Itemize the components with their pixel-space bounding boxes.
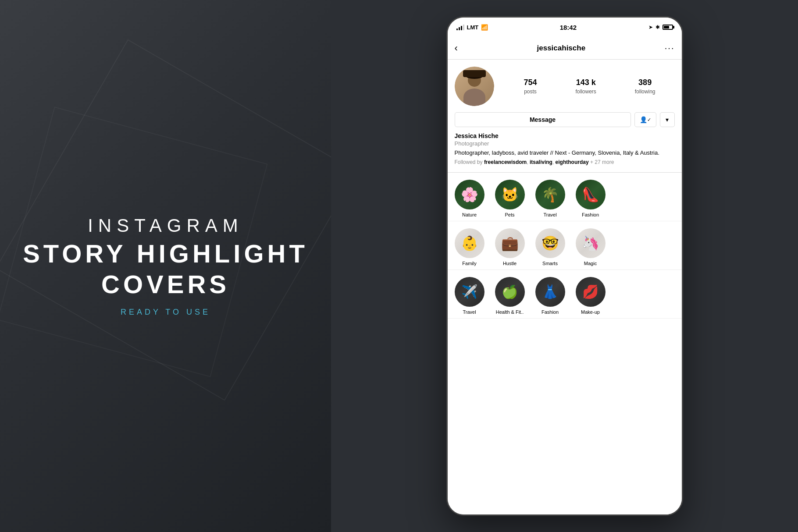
signal-bars-icon [456, 24, 464, 30]
nav-bar: ‹ jessicahische ··· [448, 37, 682, 60]
signal-bar-3 [461, 26, 462, 30]
signal-bar-4 [463, 25, 464, 30]
highlight-label-magic: Magic [584, 261, 597, 266]
status-time: 18:42 [560, 24, 577, 31]
highlight-family[interactable]: 👶 Family [453, 228, 486, 266]
following-label: following [635, 89, 656, 95]
highlight-health[interactable]: 🍏 Health & Fit.. [493, 277, 527, 315]
follow-status-button[interactable]: 👤 ✓ [634, 112, 656, 127]
highlight-magic[interactable]: 🦄 Magic [574, 228, 607, 266]
avatar-image [455, 67, 494, 106]
highlight-pets[interactable]: 🐱 Pets [493, 180, 527, 217]
status-left: LMT 📶 [456, 24, 488, 31]
followed-by: Followed by freelancewisdom, itsaliving,… [455, 159, 675, 165]
highlight-circle-hustle: 💼 [495, 228, 525, 258]
status-right: ➤ ✱ [648, 24, 673, 30]
highlights-row-1: 🌸 Nature 🐱 Pets 🌴 Travel 👠 Fashion [448, 173, 682, 221]
highlight-circle-health: 🍏 [495, 277, 525, 307]
highlight-label-travel-2: Travel [463, 309, 476, 315]
posts-count: 754 [524, 78, 537, 87]
highlight-label-travel-1: Travel [543, 212, 556, 217]
highlight-circle-makeup: 💋 [576, 277, 606, 307]
profile-actions: Message 👤 ✓ ▾ [455, 112, 675, 127]
highlight-fashion-2[interactable]: 👗 Fashion [534, 277, 567, 315]
battery-icon [663, 25, 673, 30]
left-content: INSTAGRAM STORY HIGHLIGHT COVERS READY T… [23, 215, 308, 317]
signal-bar-1 [456, 28, 458, 30]
profile-username: jessicahische [537, 44, 586, 53]
left-panel: INSTAGRAM STORY HIGHLIGHT COVERS READY T… [0, 0, 331, 532]
title-covers: COVERS [23, 270, 308, 299]
highlight-travel-1[interactable]: 🌴 Travel [534, 180, 567, 217]
highlight-fashion-1[interactable]: 👠 Fashion [574, 180, 607, 217]
highlight-circle-travel-2: ✈️ [455, 277, 484, 307]
stat-followers: 143 k followers [575, 78, 596, 95]
highlight-hustle[interactable]: 💼 Hustle [493, 228, 527, 266]
wifi-icon: 📶 [481, 24, 488, 31]
highlight-label-health: Health & Fit.. [496, 309, 524, 315]
profile-bio: Photographer, ladyboss, avid traveler //… [455, 149, 675, 157]
title-story-highlight: STORY HIGHLIGHT [23, 240, 308, 268]
highlight-circle-pets: 🐱 [495, 180, 525, 209]
following-count: 389 [635, 78, 656, 87]
location-icon: ➤ [648, 24, 653, 30]
highlight-label-fashion-2: Fashion [542, 309, 559, 315]
highlights-row-2: 👶 Family 💼 Hustle 🤓 Smarts 🦄 Magic [448, 221, 682, 270]
profile-stats: 754 posts 143 k followers 389 following [505, 78, 675, 95]
bluetooth-icon: ✱ [656, 24, 660, 30]
profile-occupation: Photographer [455, 140, 675, 147]
highlight-circle-nature: 🌸 [455, 180, 484, 209]
highlight-label-nature: Nature [462, 212, 477, 217]
subtitle-ready: READY TO USE [23, 308, 308, 317]
stat-posts: 754 posts [524, 78, 537, 95]
person-icon: 👤 [640, 116, 647, 123]
highlight-nature[interactable]: 🌸 Nature [453, 180, 486, 217]
highlight-circle-family: 👶 [455, 228, 484, 258]
avatar [455, 67, 494, 106]
highlight-label-pets: Pets [505, 212, 514, 217]
status-bar: LMT 📶 18:42 ➤ ✱ [448, 18, 682, 37]
highlight-circle-travel-1: 🌴 [535, 180, 565, 209]
phone-mockup: LMT 📶 18:42 ➤ ✱ ‹ jessicahische ··· [446, 16, 683, 516]
highlight-label-fashion-1: Fashion [582, 212, 599, 217]
checkmark-icon: ✓ [647, 117, 651, 123]
highlight-label-smarts: Smarts [542, 261, 558, 266]
carrier-label: LMT [467, 24, 479, 31]
highlight-circle-fashion-1: 👠 [576, 180, 606, 209]
highlights-row-3: ✈️ Travel 🍏 Health & Fit.. 👗 Fashion 💋 M… [448, 270, 682, 319]
battery-fill [664, 26, 670, 28]
profile-top: 754 posts 143 k followers 389 following [455, 67, 675, 106]
posts-label: posts [524, 89, 537, 95]
signal-bar-2 [459, 27, 460, 30]
highlights-container: 🌸 Nature 🐱 Pets 🌴 Travel 👠 Fashion [448, 173, 682, 515]
highlight-circle-magic: 🦄 [576, 228, 606, 258]
message-button[interactable]: Message [455, 112, 631, 127]
stat-following: 389 following [635, 78, 656, 95]
highlight-circle-smarts: 🤓 [535, 228, 565, 258]
right-panel: LMT 📶 18:42 ➤ ✱ ‹ jessicahische ··· [331, 0, 798, 532]
profile-full-name: Jessica Hische [455, 132, 675, 139]
highlight-makeup[interactable]: 💋 Make-up [574, 277, 607, 315]
highlight-label-hustle: Hustle [503, 261, 517, 266]
profile-section: 754 posts 143 k followers 389 following … [448, 60, 682, 173]
back-button[interactable]: ‹ [455, 43, 458, 54]
highlight-travel-2[interactable]: ✈️ Travel [453, 277, 486, 315]
highlight-smarts[interactable]: 🤓 Smarts [534, 228, 567, 266]
highlight-label-makeup: Make-up [581, 309, 600, 315]
followers-label: followers [575, 89, 596, 95]
dropdown-button[interactable]: ▾ [660, 112, 675, 127]
more-options-button[interactable]: ··· [665, 43, 675, 53]
highlight-circle-fashion-2: 👗 [535, 277, 565, 307]
title-instagram: INSTAGRAM [23, 215, 308, 236]
followers-count: 143 k [575, 78, 596, 87]
highlight-label-family: Family [462, 261, 476, 266]
